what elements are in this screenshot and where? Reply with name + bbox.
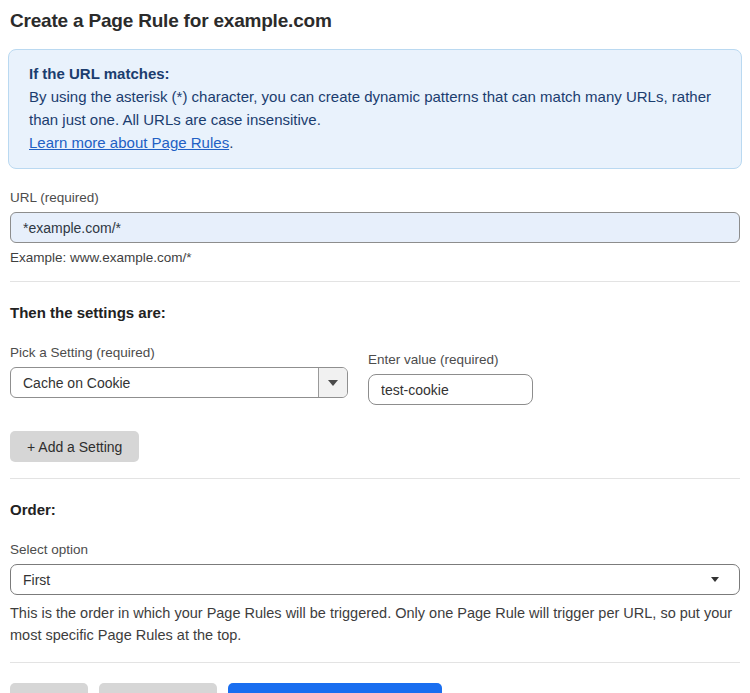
caret-down-icon [328, 380, 338, 386]
add-setting-button[interactable]: + Add a Setting [10, 431, 139, 462]
settings-section-heading: Then the settings are: [10, 304, 740, 321]
info-box-link-line: Learn more about Page Rules. [29, 131, 721, 154]
link-suffix: . [229, 134, 233, 151]
info-box-body: By using the asterisk (*) character, you… [29, 85, 721, 131]
setting-picker-label: Pick a Setting (required) [10, 345, 348, 360]
order-select-label: Select option [10, 542, 740, 557]
setting-value-column: Enter value (required) [368, 352, 533, 405]
setting-select-arrow-button[interactable] [318, 368, 347, 397]
info-box-heading: If the URL matches: [29, 62, 721, 85]
order-section-heading: Order: [10, 501, 740, 518]
learn-more-link[interactable]: Learn more about Page Rules [29, 134, 229, 151]
divider [10, 281, 740, 282]
setting-select[interactable]: Cache on Cookie [10, 367, 348, 398]
order-help-text: This is the order in which your Page Rul… [10, 602, 740, 646]
order-select[interactable]: First [10, 564, 740, 595]
setting-value-input[interactable] [368, 374, 533, 405]
settings-row: Pick a Setting (required) Cache on Cooki… [10, 345, 740, 405]
caret-down-icon [711, 577, 719, 582]
setting-picker-column: Pick a Setting (required) Cache on Cooki… [10, 345, 348, 405]
page-title: Create a Page Rule for example.com [10, 10, 740, 32]
order-select-value: First [23, 572, 50, 588]
save-and-deploy-button[interactable]: Save and Deploy Page Rule [228, 683, 442, 693]
setting-select-value: Cache on Cookie [11, 375, 318, 391]
url-match-info-box: If the URL matches: By using the asteris… [8, 49, 742, 169]
divider [10, 662, 740, 663]
page-rule-form: Create a Page Rule for example.com If th… [0, 0, 750, 693]
setting-value-label: Enter value (required) [368, 352, 533, 367]
url-example-text: Example: www.example.com/* [10, 250, 740, 265]
footer-actions: Cancel Save as Draft Save and Deploy Pag… [10, 683, 740, 693]
url-field-label: URL (required) [10, 190, 740, 205]
cancel-button[interactable]: Cancel [10, 683, 88, 693]
save-as-draft-button[interactable]: Save as Draft [99, 683, 218, 693]
divider [10, 478, 740, 479]
url-input[interactable] [10, 212, 740, 243]
